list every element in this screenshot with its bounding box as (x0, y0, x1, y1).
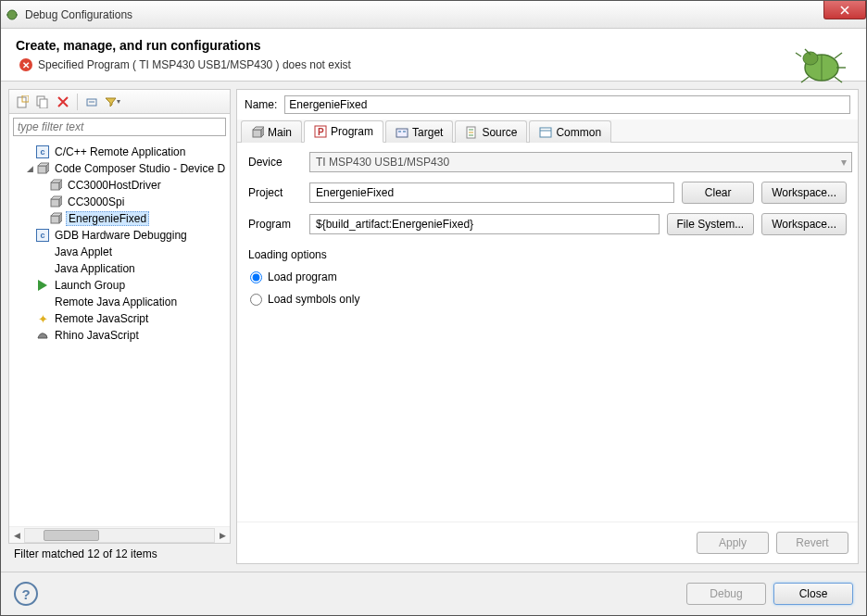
radio-load-program-label: Load program (268, 270, 337, 283)
tree-item[interactable]: ✦Remote JavaScript (9, 310, 230, 327)
filter-status: Filter matched 12 of 12 items (8, 544, 231, 564)
common-icon (539, 126, 552, 139)
bug-image (792, 36, 848, 92)
c-icon: c (35, 145, 50, 159)
horizontal-scrollbar[interactable]: ◀ ▶ (9, 526, 230, 543)
collapse-all-button[interactable] (82, 93, 101, 111)
tab-target[interactable]: Target (385, 120, 453, 143)
svg-line-8 (835, 53, 842, 58)
tree-item[interactable]: EnergenieFixed (9, 210, 230, 227)
new-config-button[interactable] (13, 93, 31, 111)
name-input[interactable] (284, 95, 850, 114)
tree-item-label: CC3000Spi (66, 195, 126, 208)
left-pane: ▾ cC/C++ Remote Application◢Code Compose… (8, 89, 231, 544)
tree-item[interactable]: Java Applet (9, 244, 230, 260)
project-input[interactable] (309, 182, 674, 203)
program-workspace-button[interactable]: Workspace... (761, 213, 847, 235)
svg-rect-19 (51, 182, 59, 190)
tree-item[interactable]: CC3000HostDriver (9, 177, 230, 194)
play-icon (35, 278, 50, 293)
dialog-window: Debug Configurations Create, manage, and… (0, 0, 867, 616)
clear-button[interactable]: Clear (682, 182, 754, 204)
blank-icon (35, 295, 50, 309)
file-system-button[interactable]: File System... (667, 213, 755, 235)
tree-item-label: GDB Hardware Debugging (53, 229, 189, 242)
blank-icon (35, 245, 50, 259)
svg-rect-26 (398, 131, 401, 132)
program-input[interactable] (309, 214, 660, 234)
device-combo[interactable] (309, 152, 852, 172)
radio-load-program[interactable] (250, 271, 262, 283)
window-close-button[interactable] (823, 1, 866, 19)
tree-item-label: Java Application (53, 262, 137, 275)
svg-line-10 (835, 77, 842, 82)
tree-item[interactable]: Java Application (9, 260, 230, 277)
tab-main[interactable]: Main (241, 120, 302, 143)
target-icon (396, 126, 408, 139)
svg-line-11 (801, 77, 809, 82)
loading-options-title: Loading options (248, 248, 847, 261)
tab-program[interactable]: P Program (304, 120, 383, 143)
radio-load-symbols-row[interactable]: Load symbols only (250, 293, 847, 306)
svg-point-0 (7, 10, 17, 19)
filter-input[interactable] (13, 118, 226, 136)
filter-button[interactable]: ▾ (103, 93, 121, 111)
svg-rect-21 (51, 216, 59, 223)
banner-title: Create, manage, and run configurations (16, 38, 851, 53)
content-area: ▾ cC/C++ Remote Application◢Code Compose… (1, 82, 866, 572)
rhino-icon (35, 328, 50, 343)
tab-target-label: Target (412, 126, 443, 139)
footer: ? Debug Close (1, 572, 866, 615)
radio-load-symbols-label: Load symbols only (268, 293, 359, 306)
tab-common-label: Common (556, 126, 601, 139)
tree-item[interactable]: Rhino JavaScript (9, 327, 230, 344)
cube-icon (48, 178, 63, 193)
tree-item[interactable]: Remote Java Application (9, 294, 230, 310)
c-icon: c (35, 228, 50, 243)
twisty-icon: ◢ (24, 164, 35, 173)
tree-item[interactable]: cGDB Hardware Debugging (9, 227, 230, 244)
tab-common[interactable]: Common (529, 120, 611, 143)
config-tree[interactable]: cC/C++ Remote Application◢Code Composer … (9, 140, 230, 526)
banner-error-text: Specified Program ( TI MSP430 USB1/MSP43… (38, 58, 351, 71)
program-icon: P (314, 125, 327, 138)
debug-button[interactable]: Debug (686, 583, 766, 605)
cube-icon (48, 195, 63, 209)
close-button[interactable]: Close (773, 583, 853, 605)
tree-item[interactable]: CC3000Spi (9, 194, 230, 210)
title-bar: Debug Configurations (1, 1, 866, 29)
device-label: Device (248, 156, 302, 169)
program-label: Program (248, 218, 302, 231)
tree-item-label: EnergenieFixed (66, 211, 149, 226)
tree-item-label: C/C++ Remote Application (53, 145, 187, 158)
cube-icon (251, 126, 264, 139)
delete-button[interactable] (54, 93, 72, 111)
duplicate-button[interactable] (33, 93, 52, 111)
toolbar-separator (77, 94, 78, 110)
tree-item[interactable]: Launch Group (9, 277, 230, 294)
project-workspace-button[interactable]: Workspace... (761, 182, 847, 204)
tab-program-label: Program (331, 125, 373, 138)
name-label: Name: (245, 98, 277, 111)
revert-button[interactable]: Revert (776, 532, 848, 554)
tab-body: Device ▾ Project Clear Workspace... Prog… (237, 143, 858, 522)
bug-icon (5, 7, 19, 22)
svg-rect-18 (38, 166, 46, 173)
radio-load-program-row[interactable]: Load program (250, 270, 847, 283)
tree-item[interactable]: ◢Code Composer Studio - Device D (9, 160, 230, 177)
radio-load-symbols[interactable] (250, 294, 262, 306)
error-icon: ✕ (19, 58, 32, 71)
tree-item[interactable]: cC/C++ Remote Application (9, 144, 230, 160)
tab-bar: Main P Program Target Source Common (237, 119, 858, 143)
cube-icon (48, 211, 63, 226)
apply-button[interactable]: Apply (697, 532, 769, 554)
svg-rect-27 (403, 131, 406, 132)
window-title: Debug Configurations (25, 8, 132, 21)
tab-source-label: Source (482, 126, 517, 139)
help-button[interactable]: ? (14, 582, 38, 606)
tab-source[interactable]: Source (455, 120, 527, 143)
svg-line-7 (796, 53, 801, 57)
tree-item-label: Remote Java Application (53, 295, 179, 308)
tree-item-label: Java Applet (53, 245, 114, 258)
apply-bar: Apply Revert (237, 522, 858, 563)
